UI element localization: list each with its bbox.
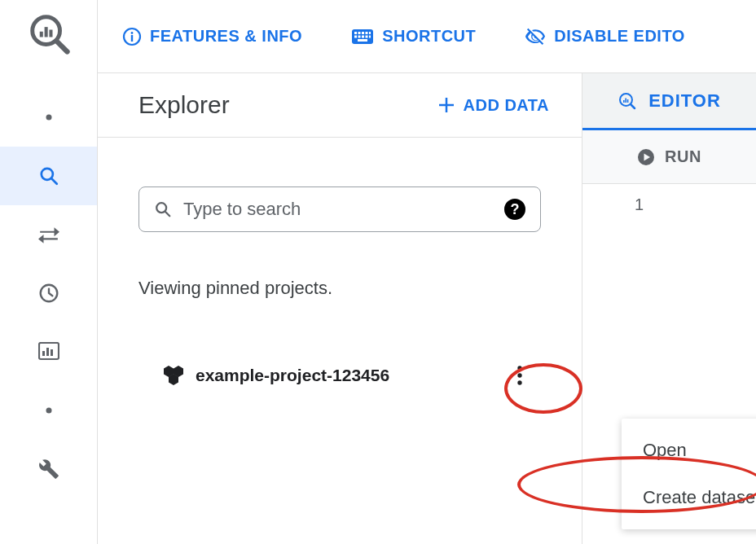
svg-rect-18 bbox=[354, 32, 357, 34]
svg-line-40 bbox=[631, 104, 635, 108]
svg-rect-25 bbox=[362, 35, 364, 37]
features-info-label: FEATURES & INFO bbox=[150, 27, 302, 46]
sidebar-item-history[interactable] bbox=[0, 264, 97, 322]
shortcut-button[interactable]: SHORTCUT bbox=[351, 27, 476, 46]
plus-icon bbox=[437, 96, 455, 114]
search-input[interactable] bbox=[183, 199, 493, 220]
context-menu-create-dataset[interactable]: Create dataset bbox=[622, 474, 756, 521]
svg-point-38 bbox=[517, 380, 521, 384]
svg-point-15 bbox=[131, 32, 134, 34]
visibility-off-icon bbox=[525, 26, 546, 47]
sidebar-item-dot-1[interactable] bbox=[0, 88, 97, 147]
svg-rect-28 bbox=[358, 39, 367, 42]
disable-editor-button[interactable]: DISABLE EDITO bbox=[525, 26, 685, 47]
explorer-title: Explorer bbox=[138, 91, 230, 119]
bigquery-logo-icon bbox=[27, 11, 71, 55]
top-toolbar: FEATURES & INFO SHORTCUT DISABLE EDITO bbox=[98, 0, 756, 73]
svg-rect-10 bbox=[42, 351, 45, 356]
bigquery-editor-icon bbox=[618, 91, 637, 111]
svg-rect-2 bbox=[39, 32, 42, 37]
svg-rect-22 bbox=[369, 32, 371, 34]
svg-point-36 bbox=[517, 366, 521, 370]
svg-point-13 bbox=[46, 408, 51, 414]
svg-rect-11 bbox=[46, 348, 49, 356]
run-button[interactable]: RUN bbox=[582, 130, 756, 184]
sidebar-item-transfers[interactable] bbox=[0, 205, 97, 264]
sidebar-item-settings[interactable] bbox=[0, 440, 97, 498]
svg-rect-42 bbox=[626, 98, 627, 103]
svg-rect-41 bbox=[623, 100, 625, 103]
svg-rect-20 bbox=[362, 32, 364, 34]
add-data-label: ADD DATA bbox=[464, 96, 549, 115]
features-info-button[interactable]: FEATURES & INFO bbox=[122, 27, 302, 46]
play-icon bbox=[637, 148, 655, 166]
info-icon bbox=[122, 27, 142, 46]
help-icon[interactable]: ? bbox=[504, 199, 525, 220]
editor-line-number: 1 bbox=[582, 184, 756, 214]
svg-rect-19 bbox=[358, 32, 361, 34]
project-row[interactable]: example-project-123456 bbox=[138, 359, 541, 392]
svg-rect-12 bbox=[51, 349, 53, 356]
svg-point-5 bbox=[46, 115, 51, 121]
add-data-button[interactable]: ADD DATA bbox=[437, 96, 549, 115]
left-sidebar bbox=[0, 0, 98, 544]
svg-rect-16 bbox=[131, 35, 133, 42]
context-menu: Open Create dataset bbox=[622, 419, 756, 529]
editor-tab[interactable]: EDITOR bbox=[582, 73, 756, 130]
shortcut-label: SHORTCUT bbox=[382, 27, 476, 46]
disable-editor-label: DISABLE EDITO bbox=[554, 27, 685, 46]
run-label: RUN bbox=[665, 147, 701, 166]
project-icon bbox=[163, 366, 184, 385]
keyboard-icon bbox=[351, 29, 374, 45]
svg-line-32 bbox=[165, 212, 170, 217]
sidebar-item-dashboard[interactable] bbox=[0, 322, 97, 381]
project-name: example-project-123456 bbox=[196, 366, 389, 385]
svg-point-37 bbox=[517, 373, 521, 377]
svg-rect-3 bbox=[44, 27, 47, 37]
svg-rect-24 bbox=[358, 35, 361, 37]
explorer-panel: Explorer ADD DATA bbox=[98, 73, 582, 544]
svg-rect-43 bbox=[627, 99, 629, 103]
sidebar-item-dot-2[interactable] bbox=[0, 381, 97, 440]
more-vert-icon bbox=[517, 366, 522, 385]
svg-rect-27 bbox=[369, 35, 371, 37]
svg-rect-4 bbox=[49, 30, 52, 37]
svg-line-7 bbox=[51, 178, 57, 184]
svg-line-1 bbox=[57, 42, 67, 51]
svg-rect-21 bbox=[366, 32, 368, 34]
viewing-pinned-text: Viewing pinned projects. bbox=[138, 278, 541, 299]
editor-tab-label: EDITOR bbox=[648, 90, 721, 112]
context-menu-open[interactable]: Open bbox=[622, 427, 756, 474]
more-actions-button[interactable] bbox=[503, 359, 536, 392]
search-icon bbox=[154, 200, 172, 218]
svg-rect-26 bbox=[366, 35, 368, 37]
sidebar-item-search[interactable] bbox=[0, 147, 97, 205]
svg-rect-23 bbox=[354, 35, 357, 37]
search-box[interactable]: ? bbox=[138, 186, 541, 232]
